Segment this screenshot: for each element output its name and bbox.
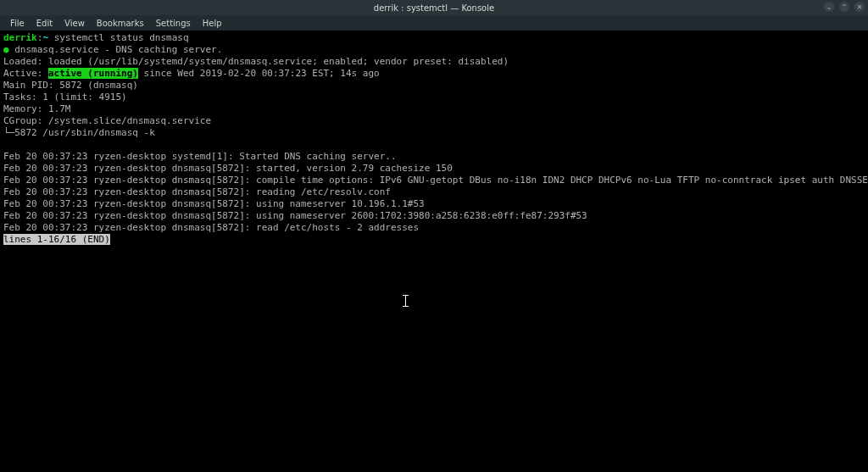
log-line: Feb 20 00:37:23 ryzen-desktop dnsmasq[58…: [3, 198, 865, 210]
active-line: Active: active (running) since Wed 2019-…: [3, 68, 865, 80]
window-minimize-button[interactable]: ⌄: [824, 2, 834, 12]
menu-edit[interactable]: Edit: [31, 17, 58, 30]
window-title: derrik : systemctl — Konsole: [374, 3, 494, 13]
prompt-line: derrik:~ systemctl status dnsmasq: [3, 32, 865, 44]
menu-file[interactable]: File: [5, 17, 30, 30]
log-line: Feb 20 00:37:23 ryzen-desktop dnsmasq[58…: [3, 163, 865, 175]
service-header: ● dnsmasq.service - DNS caching server.: [3, 44, 865, 56]
memory-line: Memory: 1.7M: [3, 103, 865, 115]
prompt-cmd: systemctl status dnsmasq: [54, 32, 189, 43]
pager-status-line: lines 1-16/16 (END): [3, 234, 865, 246]
mainpid-line: Main PID: 5872 (dnsmasq): [3, 80, 865, 92]
tasks-line: Tasks: 1 (limit: 4915): [3, 92, 865, 103]
window-close-button[interactable]: ✕: [854, 2, 865, 12]
loaded-label: Loaded:: [3, 56, 48, 67]
loaded-value: loaded (/usr/lib/systemd/system/dnsmasq.…: [48, 56, 509, 67]
log-line: Feb 20 00:37:23 ryzen-desktop systemd[1]…: [3, 151, 865, 163]
menu-help[interactable]: Help: [198, 17, 227, 30]
menu-bar: File Edit View Bookmarks Settings Help: [0, 15, 868, 31]
prompt-path: ~: [42, 32, 48, 43]
menu-bookmarks[interactable]: Bookmarks: [92, 17, 149, 30]
active-tail: since Wed 2019-02-20 00:37:23 EST; 14s a…: [138, 68, 380, 79]
menu-settings[interactable]: Settings: [151, 17, 196, 30]
cgroup-line-2: └─5872 /usr/sbin/dnsmasq -k: [3, 127, 865, 139]
log-line: Feb 20 00:37:23 ryzen-desktop dnsmasq[58…: [3, 175, 865, 186]
active-label: Active:: [3, 68, 48, 79]
prompt-sep2: [48, 32, 54, 43]
text-cursor-icon: [405, 295, 406, 307]
active-value: active (running): [48, 68, 138, 79]
menu-view[interactable]: View: [59, 17, 90, 30]
window-buttons: ⌄ ⌃ ✕: [824, 2, 865, 12]
loaded-line: Loaded: loaded (/usr/lib/systemd/system/…: [3, 56, 865, 68]
log-line: Feb 20 00:37:23 ryzen-desktop dnsmasq[58…: [3, 186, 865, 198]
prompt-user: derrik: [3, 32, 37, 43]
window-maximize-button[interactable]: ⌃: [839, 2, 849, 12]
cgroup-line-1: CGroup: /system.slice/dnsmasq.service: [3, 115, 865, 127]
log-line: Feb 20 00:37:23 ryzen-desktop dnsmasq[58…: [3, 210, 865, 222]
window-titlebar: derrik : systemctl — Konsole ⌄ ⌃ ✕: [0, 0, 868, 15]
pager-status: lines 1-16/16 (END): [3, 234, 110, 245]
terminal-viewport[interactable]: derrik:~ systemctl status dnsmasq ● dnsm…: [0, 31, 868, 472]
service-name: dnsmasq.service - DNS caching server.: [14, 44, 222, 55]
blank-line: [3, 139, 865, 151]
status-bullet-icon: ●: [3, 44, 9, 55]
log-line: Feb 20 00:37:23 ryzen-desktop dnsmasq[58…: [3, 222, 865, 234]
